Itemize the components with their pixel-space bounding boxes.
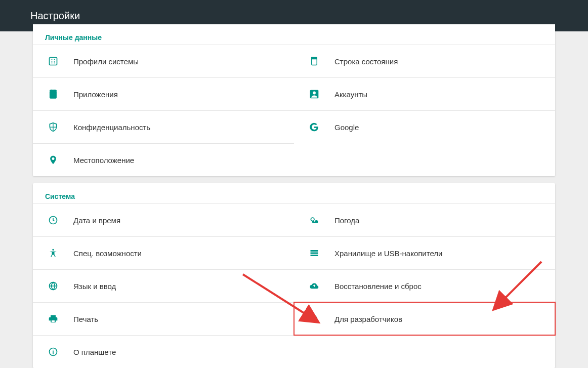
accounts-icon <box>308 88 320 100</box>
item-label: Дата и время <box>73 216 120 225</box>
item-system-profiles[interactable]: Профили системы <box>33 45 294 77</box>
card-personal: Личные данные Профили системы Приложения <box>33 24 555 176</box>
privacy-icon <box>47 121 59 133</box>
item-storage[interactable]: Хранилище и USB-накопители <box>294 236 555 269</box>
svg-rect-13 <box>52 320 55 322</box>
storage-icon <box>308 247 320 259</box>
developer-icon <box>308 313 320 325</box>
print-icon <box>47 313 59 325</box>
item-label: Восстановление и сброс <box>334 282 422 291</box>
svg-point-3 <box>51 90 52 91</box>
personal-left-column: Профили системы Приложения Конфиденциаль… <box>33 45 294 176</box>
item-language[interactable]: Язык и ввод <box>33 269 294 302</box>
item-weather[interactable]: Погода <box>294 203 555 236</box>
apps-icon <box>47 88 59 100</box>
section-header-system: Система <box>33 183 555 203</box>
system-right-column: Погода Хранилище и USB-накопители Восста… <box>294 203 555 368</box>
profile-icon <box>47 55 59 67</box>
system-left-column: Дата и время Спец. возможности Язык и вв… <box>33 203 294 368</box>
svg-point-5 <box>52 157 54 159</box>
item-location[interactable]: Местоположение <box>33 143 294 176</box>
svg-point-9 <box>313 92 316 95</box>
item-privacy[interactable]: Конфиденциальность <box>33 110 294 143</box>
svg-rect-0 <box>50 58 57 65</box>
item-label: Спец. возможности <box>73 249 142 258</box>
item-label: О планшете <box>73 348 116 356</box>
item-label: Профили системы <box>73 57 139 66</box>
clock-icon <box>47 214 59 226</box>
item-about-tablet[interactable]: О планшете <box>33 335 294 368</box>
item-label: Местоположение <box>73 156 134 165</box>
svg-point-11 <box>52 249 54 251</box>
item-accounts[interactable]: Аккаунты <box>294 77 555 110</box>
item-label: Печать <box>73 315 98 323</box>
svg-rect-7 <box>312 58 317 59</box>
item-apps[interactable]: Приложения <box>33 77 294 110</box>
card-system: Система Дата и время Спец. возможности <box>33 183 555 368</box>
svg-rect-18 <box>311 255 318 256</box>
item-print[interactable]: Печать <box>33 302 294 335</box>
item-label: Аккаунты <box>334 90 367 99</box>
svg-point-15 <box>311 218 314 221</box>
svg-rect-16 <box>311 250 318 252</box>
item-date-time[interactable]: Дата и время <box>33 203 294 236</box>
item-status-bar[interactable]: Строка состояния <box>294 45 555 77</box>
app-title: Настройки <box>30 10 80 22</box>
item-accessibility[interactable]: Спец. возможности <box>33 236 294 269</box>
item-developer-options[interactable]: Для разработчиков <box>294 302 555 335</box>
google-icon <box>308 121 320 133</box>
item-label: Погода <box>334 216 359 225</box>
item-label: Язык и ввод <box>73 282 116 291</box>
language-icon <box>47 280 59 292</box>
accessibility-icon <box>47 247 59 259</box>
item-label: Конфиденциальность <box>73 123 150 132</box>
item-label: Приложения <box>73 90 118 99</box>
about-icon <box>47 346 59 358</box>
svg-rect-17 <box>311 253 318 254</box>
item-label: Для разработчиков <box>334 315 402 323</box>
item-label: Google <box>334 123 359 132</box>
item-label: Хранилище и USB-накопители <box>334 249 442 258</box>
svg-rect-2 <box>50 92 56 97</box>
personal-right-column: Строка состояния Аккаунты Google <box>294 45 555 176</box>
item-google[interactable]: Google <box>294 110 555 143</box>
item-label: Строка состояния <box>334 57 398 66</box>
statusbar-icon <box>308 55 320 67</box>
section-header-personal: Личные данные <box>33 24 555 45</box>
svg-point-4 <box>55 90 56 91</box>
location-icon <box>47 154 59 166</box>
weather-icon <box>308 214 320 226</box>
backup-icon <box>308 280 320 292</box>
item-backup-reset[interactable]: Восстановление и сброс <box>294 269 555 302</box>
